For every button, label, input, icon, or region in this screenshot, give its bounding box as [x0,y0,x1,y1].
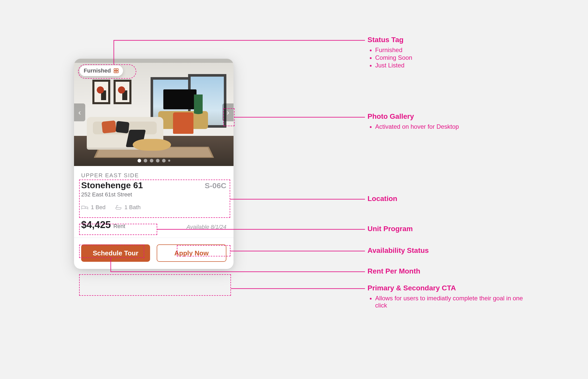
bed-icon [81,205,88,210]
gallery-dot[interactable] [168,160,170,162]
annotation-rent: Rent Per Month [368,267,420,275]
building-name: Stonehenge 61 [81,180,143,190]
listing-card: Furnished ‹ › UPPER EA [74,59,234,269]
bath-icon [115,205,122,210]
gallery-dots[interactable] [138,159,170,162]
price-amount: $4,425 [81,219,111,230]
gallery-prev-button[interactable]: ‹ [74,103,85,121]
unit-program: 1 Bed 1 Bath [81,204,226,211]
annotation-status-tag: Status Tag Furnished Coming Soon Just Li… [368,36,412,69]
gallery-dot[interactable] [138,159,141,162]
price-suffix: Rent [113,223,125,230]
status-tag: Furnished [80,65,123,76]
address: 252 East 61st Street [81,191,226,198]
baths-label: 1 Bath [125,204,141,211]
photo-gallery[interactable]: Furnished ‹ › [74,59,234,166]
furnished-icon [113,68,119,74]
annotation-unit-program: Unit Program [368,225,413,233]
annotation-location: Location [368,195,397,203]
chevron-right-icon: › [227,108,229,117]
highlight-cta [79,274,231,296]
chevron-left-icon: ‹ [78,108,81,117]
gallery-dot[interactable] [150,159,153,162]
listing-info: UPPER EAST SIDE Stonehenge 61 S-06C 252 … [74,166,234,269]
neighborhood-label: UPPER EAST SIDE [81,172,226,179]
annotation-cta: Primary & Secondary CTA Allows for users… [368,284,526,309]
rent-price: $4,425 Rent [81,219,125,230]
annotation-availability: Availability Status [368,246,429,255]
status-tag-label: Furnished [84,67,111,74]
apply-now-button[interactable]: Apply Now [157,244,227,262]
divider [74,238,234,238]
gallery-dot[interactable] [156,159,160,162]
gallery-dot[interactable] [144,159,147,162]
availability-status: Available 8/1/24 [187,224,226,230]
beds-label: 1 Bed [91,204,106,211]
annotation-photo-gallery: Photo Gallery Activated on hover for Des… [368,112,459,130]
unit-code: S-06C [205,181,226,190]
gallery-dot[interactable] [162,159,166,162]
gallery-next-button[interactable]: › [222,103,234,121]
schedule-tour-button[interactable]: Schedule Tour [81,244,150,262]
